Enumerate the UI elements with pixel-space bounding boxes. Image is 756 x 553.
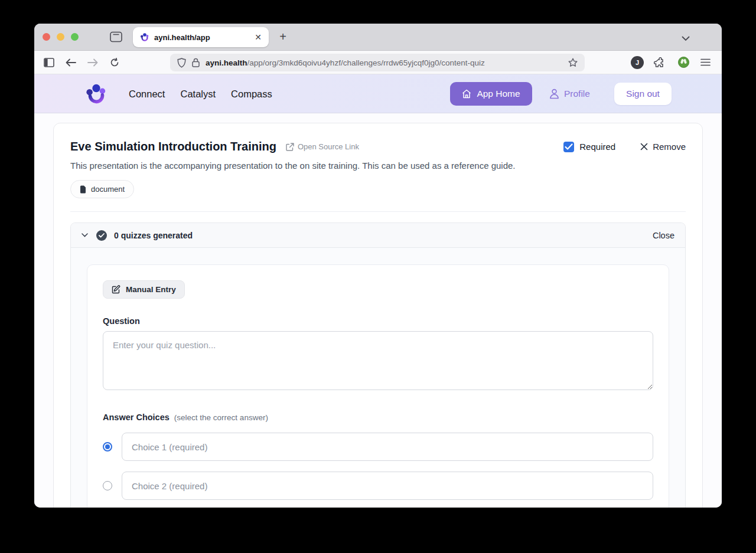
close-window-button[interactable] — [43, 33, 50, 41]
url-bar[interactable]: ayni.health/app/org/3mkd6qoivu4yhzf/chal… — [170, 54, 585, 71]
choice-1-radio[interactable] — [103, 442, 112, 451]
app-logo-icon[interactable] — [85, 83, 107, 105]
manual-entry-label: Manual Entry — [126, 285, 176, 294]
person-icon — [549, 89, 559, 99]
minimize-window-button[interactable] — [57, 33, 64, 41]
site-favicon — [140, 32, 149, 42]
quizzes-generated-label: 0 quizzes generated — [114, 231, 193, 240]
check-icon — [565, 143, 573, 150]
open-source-link[interactable]: Open Source Link — [286, 142, 359, 151]
external-link-icon — [286, 143, 294, 151]
check-circle-icon — [96, 230, 107, 241]
browser-profile-avatar[interactable]: J — [631, 56, 644, 69]
menu-hamburger-icon[interactable] — [700, 58, 711, 66]
browser-window: ayni.health/app ✕ + — [34, 24, 722, 508]
question-label: Question — [103, 316, 653, 326]
sidebar-toggle-icon[interactable] — [44, 58, 54, 67]
question-input[interactable] — [103, 331, 653, 390]
answer-choices-header: Answer Choices (select the correct answe… — [103, 413, 653, 422]
manual-entry-button[interactable]: Manual Entry — [103, 280, 185, 299]
tracking-shield-icon[interactable] — [177, 58, 186, 68]
forward-button-icon[interactable] — [87, 58, 98, 67]
sign-out-button[interactable]: Sign out — [614, 83, 672, 105]
page-content: Eve Simulation Introduction Training Ope… — [34, 113, 722, 508]
nav-link-catalyst[interactable]: Catalyst — [180, 89, 216, 100]
challenge-card: Eve Simulation Introduction Training Ope… — [53, 123, 703, 508]
lock-icon — [192, 58, 200, 67]
required-label: Required — [579, 142, 615, 152]
zoom-window-button[interactable] — [71, 33, 79, 41]
bookmark-star-icon[interactable] — [568, 58, 578, 67]
edit-icon — [112, 285, 120, 294]
list-tabs-chevron-icon[interactable] — [682, 33, 690, 44]
house-icon — [462, 89, 471, 99]
choice-1-input[interactable] — [122, 433, 653, 461]
challenge-description: This presentation is the accompanying pr… — [70, 161, 686, 171]
quiz-editor-card: Manual Entry Question Answer Choices (se… — [87, 264, 669, 508]
document-tag-label: document — [91, 185, 125, 194]
quiz-accordion-body: Manual Entry Question Answer Choices (se… — [71, 248, 685, 508]
remove-label: Remove — [653, 142, 686, 152]
back-button-icon[interactable] — [66, 58, 76, 67]
divider — [70, 211, 686, 212]
required-checkbox[interactable] — [563, 142, 574, 152]
page-title: Eve Simulation Introduction Training — [70, 140, 276, 153]
browser-tab-bar: ayni.health/app ✕ + — [34, 24, 722, 51]
profile-button[interactable]: Profile — [549, 74, 590, 113]
firefox-view-icon[interactable] — [110, 31, 122, 42]
remove-button[interactable]: Remove — [640, 142, 686, 152]
choice-2-input[interactable] — [122, 472, 653, 500]
extension-icon[interactable] — [678, 57, 689, 68]
url-path: /app/org/3mkd6qoivu4yhzf/challenges/rrdw… — [247, 58, 485, 67]
choice-2-radio[interactable] — [103, 481, 112, 490]
extensions-puzzle-icon[interactable] — [654, 57, 664, 68]
new-tab-button[interactable]: + — [275, 30, 291, 45]
quiz-accordion-header[interactable]: 0 quizzes generated Close — [71, 223, 685, 248]
nav-links: Connect Catalyst Compass — [129, 74, 272, 113]
quiz-accordion: 0 quizzes generated Close Manual Entry Q… — [70, 222, 686, 508]
reload-button-icon[interactable] — [110, 58, 119, 67]
header-actions: Required Remove — [563, 142, 686, 152]
choice-row — [103, 433, 653, 461]
app-home-button[interactable]: App Home — [450, 82, 532, 106]
app-home-label: App Home — [477, 89, 520, 99]
open-source-link-label: Open Source Link — [298, 142, 359, 151]
profile-label: Profile — [564, 89, 590, 99]
browser-toolbar: ayni.health/app/org/3mkd6qoivu4yhzf/chal… — [34, 51, 722, 74]
choice-row — [103, 472, 653, 500]
browser-tab[interactable]: ayni.health/app ✕ — [133, 27, 269, 47]
nav-link-compass[interactable]: Compass — [231, 89, 272, 100]
answer-choices-hint: (select the correct answer) — [174, 413, 268, 422]
x-icon — [640, 143, 648, 150]
tab-title: ayni.health/app — [154, 33, 255, 42]
answer-choices-label: Answer Choices — [103, 413, 170, 422]
document-icon — [80, 185, 86, 194]
card-header: Eve Simulation Introduction Training Ope… — [70, 140, 686, 153]
close-tab-icon[interactable]: ✕ — [255, 33, 262, 41]
url-text[interactable]: ayni.health/app/org/3mkd6qoivu4yhzf/chal… — [206, 58, 568, 67]
chevron-down-icon[interactable] — [82, 233, 88, 237]
close-quiz-button[interactable]: Close — [653, 231, 674, 240]
nav-link-connect[interactable]: Connect — [129, 89, 165, 100]
url-domain: ayni.health — [206, 58, 247, 67]
app-navbar: Connect Catalyst Compass App Home Profil… — [34, 74, 722, 113]
document-tag[interactable]: document — [70, 180, 134, 198]
